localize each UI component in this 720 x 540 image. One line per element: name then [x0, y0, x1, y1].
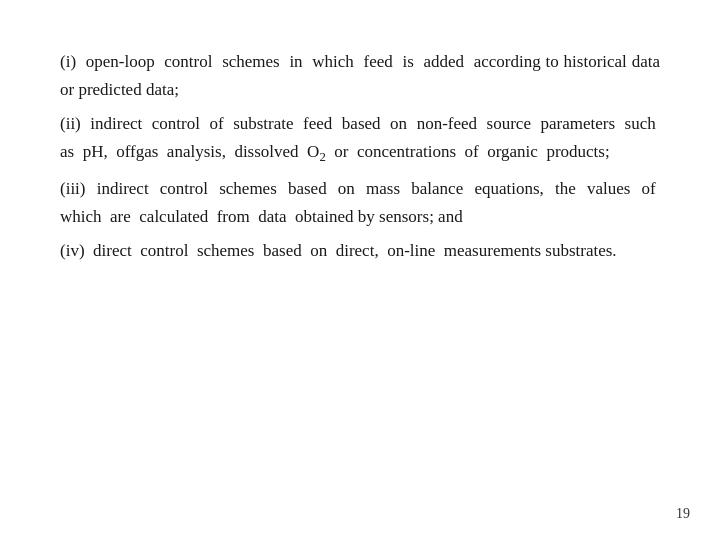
subscript-o2: 2 [319, 151, 325, 165]
paragraph-2-text: (ii) indirect control of substrate feed … [60, 114, 660, 161]
page-number: 19 [676, 506, 690, 522]
paragraph-3: (iii) indirect control schemes based on … [60, 175, 660, 231]
paragraph-1-text: (i) open-loop control schemes in which f… [60, 52, 660, 99]
paragraph-3-text: (iii) indirect control schemes based on … [60, 179, 660, 226]
content-block: (i) open-loop control schemes in which f… [60, 48, 660, 265]
paragraph-1: (i) open-loop control schemes in which f… [60, 48, 660, 104]
paragraph-2: (ii) indirect control of substrate feed … [60, 110, 660, 168]
slide-container: (i) open-loop control schemes in which f… [0, 0, 720, 540]
paragraph-4: (iv) direct control schemes based on dir… [60, 237, 660, 265]
paragraph-4-text: (iv) direct control schemes based on dir… [60, 241, 617, 260]
